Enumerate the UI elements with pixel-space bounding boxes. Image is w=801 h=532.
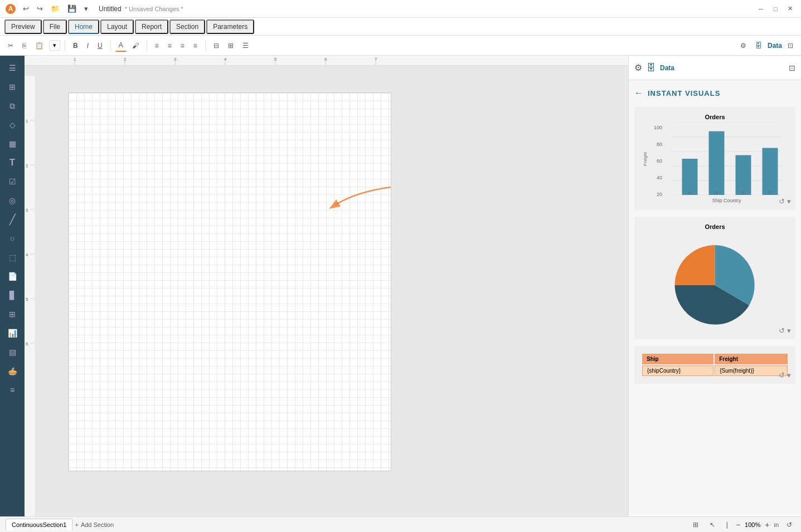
title-bar-actions: ↩ ↪ 📁 💾 ▾ — [20, 3, 91, 14]
svg-text:5: 5 — [26, 297, 28, 302]
svg-text:B: B — [715, 190, 718, 195]
svg-text:6: 6 — [26, 341, 28, 346]
document-title: Untitled — [99, 5, 122, 13]
reset-zoom-btn[interactable]: ↺ — [783, 519, 795, 530]
add-section-button[interactable]: + Add Section — [75, 521, 114, 528]
bar-chart-svg: A B C D — [664, 123, 789, 195]
menu-report[interactable]: Report — [135, 19, 168, 34]
table-row: {shipCountry} {Sum(freight)} — [642, 365, 788, 376]
open-button[interactable]: 📁 — [48, 3, 62, 14]
sidebar-circle-icon[interactable]: ○ — [2, 230, 22, 247]
expand-icon[interactable]: ⊡ — [789, 64, 795, 72]
pie-chart-container: Orders — [641, 223, 789, 333]
paste-button[interactable]: 📋 — [32, 40, 47, 51]
menu-layout[interactable]: Layout — [100, 19, 134, 34]
main-layout: ☰ ⊞ ⧉ ◇ ▦ T ☑ ◎ ╱ ○ ⬚ 📄 ▊ ⊞ 📊 ▤ 🥧 ≡ 1 2 … — [0, 56, 801, 516]
save-button[interactable]: 💾 — [65, 3, 79, 14]
sidebar-text-icon[interactable]: T — [2, 154, 22, 172]
align-right-button[interactable]: ≡ — [177, 40, 188, 51]
separator-2 — [110, 40, 111, 51]
align-left-button[interactable]: ≡ — [152, 40, 162, 51]
settings-icon-btn[interactable]: ⚙ — [737, 40, 750, 51]
iv-back-button[interactable]: ← — [634, 88, 643, 98]
svg-text:4: 4 — [224, 57, 227, 62]
highlight-button[interactable]: 🖌 — [129, 40, 142, 51]
menu-parameters[interactable]: Parameters — [206, 19, 254, 34]
svg-text:3: 3 — [174, 57, 177, 62]
italic-button[interactable]: I — [84, 40, 92, 51]
expand-panel-button[interactable]: ⊡ — [784, 40, 797, 51]
plus-icon: + — [75, 521, 78, 528]
copy-button[interactable]: ⎘ — [19, 40, 30, 51]
sidebar-layers-icon[interactable]: ⧉ — [2, 97, 22, 115]
undo-button[interactable]: ↩ — [20, 3, 32, 14]
table-expand-btn[interactable]: ▾ — [787, 371, 791, 379]
list-btn[interactable]: ☰ — [239, 40, 252, 51]
canvas-paper-area — [35, 76, 628, 488]
bar-chart-expand-btn[interactable]: ▾ — [787, 197, 791, 206]
minimize-button[interactable]: ─ — [754, 2, 768, 16]
menu-file[interactable]: File — [43, 19, 67, 34]
unit-display: in — [774, 521, 779, 528]
align-center-button[interactable]: ≡ — [164, 40, 175, 51]
section-tab[interactable]: ContinuousSection1 — [6, 519, 72, 530]
sidebar-subreport-icon[interactable]: ⬚ — [2, 248, 22, 266]
sidebar-table2-icon[interactable]: ▤ — [2, 343, 22, 361]
pie-chart-refresh-btn[interactable]: ↺ — [779, 326, 785, 335]
svg-text:2: 2 — [124, 57, 127, 62]
bar-chart-refresh-btn[interactable]: ↺ — [779, 197, 785, 206]
zoom-out-button[interactable]: − — [736, 520, 740, 529]
table-refresh-btn[interactable]: ↺ — [779, 371, 785, 379]
settings-gear-icon[interactable]: ⚙ — [634, 62, 642, 73]
menu-section[interactable]: Section — [169, 19, 205, 34]
sidebar-barcode-icon[interactable]: ▊ — [2, 286, 22, 304]
sidebar-shapes-icon[interactable]: ◇ — [2, 116, 22, 134]
redo-button[interactable]: ↪ — [34, 3, 46, 14]
close-button[interactable]: ✕ — [783, 2, 797, 16]
save-dropdown[interactable]: ▾ — [81, 3, 91, 14]
cut-button[interactable]: ✂ — [4, 40, 17, 51]
separator-3 — [147, 40, 147, 51]
svg-text:4: 4 — [26, 252, 28, 257]
justify-button[interactable]: ≡ — [190, 40, 201, 51]
paste-dropdown[interactable]: ▾ — [49, 40, 60, 51]
instant-visuals-panel: ← INSTANT VISUALS Orders Freight 100 — [629, 80, 801, 516]
sidebar-table-icon[interactable]: ▦ — [2, 135, 22, 153]
menu-home[interactable]: Home — [68, 19, 99, 34]
canvas-content — [35, 76, 628, 516]
sidebar-grid-icon[interactable]: ⊞ — [2, 305, 22, 323]
canvas-paper[interactable] — [68, 92, 391, 471]
indent-button[interactable]: ⊟ — [210, 40, 222, 51]
sidebar-dashboard-icon[interactable]: ⊞ — [2, 78, 22, 96]
arrow-overlay — [102, 177, 391, 243]
maximize-button[interactable]: □ — [769, 2, 782, 16]
sidebar-target-icon[interactable]: ◎ — [2, 192, 22, 209]
sidebar-chart-icon[interactable]: 📊 — [2, 324, 22, 342]
sidebar-checkbox-icon[interactable]: ☑ — [2, 173, 22, 191]
menu-preview[interactable]: Preview — [4, 19, 42, 34]
sidebar-menu-icon[interactable]: ☰ — [2, 59, 22, 77]
right-panel: ⚙ 🗄 Data ⊡ ← INSTANT VISUALS Orders Frei… — [628, 56, 801, 516]
sidebar-list-icon[interactable]: ≡ — [2, 381, 22, 399]
svg-rect-40 — [763, 148, 778, 196]
svg-text:3: 3 — [26, 208, 28, 213]
sidebar-piechart-icon[interactable]: 🥧 — [2, 362, 22, 380]
underline-button[interactable]: U — [94, 40, 106, 51]
sidebar-line-icon[interactable]: ╱ — [2, 211, 22, 228]
sidebar-document-icon[interactable]: 📄 — [2, 267, 22, 285]
grid-view-btn[interactable]: ⊞ — [690, 519, 702, 530]
svg-text:1: 1 — [26, 119, 28, 124]
bold-button[interactable]: B — [70, 40, 81, 51]
zoom-in-button[interactable]: + — [765, 520, 769, 529]
data-db-icon[interactable]: 🗄 — [647, 63, 656, 73]
right-panel-header: ⚙ 🗄 Data ⊡ — [629, 56, 801, 80]
font-color-button[interactable]: A — [115, 40, 127, 52]
pointer-btn[interactable]: ↖ — [706, 519, 719, 530]
svg-rect-38 — [709, 131, 725, 195]
data-icon-btn[interactable]: 🗄 — [752, 40, 765, 51]
status-bar-right: ⊞ ↖ | − 100% + in ↺ — [690, 519, 795, 530]
canvas-area[interactable]: 1 2 3 4 5 6 7 1 2 3 4 — [25, 56, 628, 516]
outdent-button[interactable]: ⊞ — [225, 40, 237, 51]
pie-chart-expand-btn[interactable]: ▾ — [787, 326, 791, 335]
separator-bar-btn[interactable]: | — [723, 519, 731, 530]
